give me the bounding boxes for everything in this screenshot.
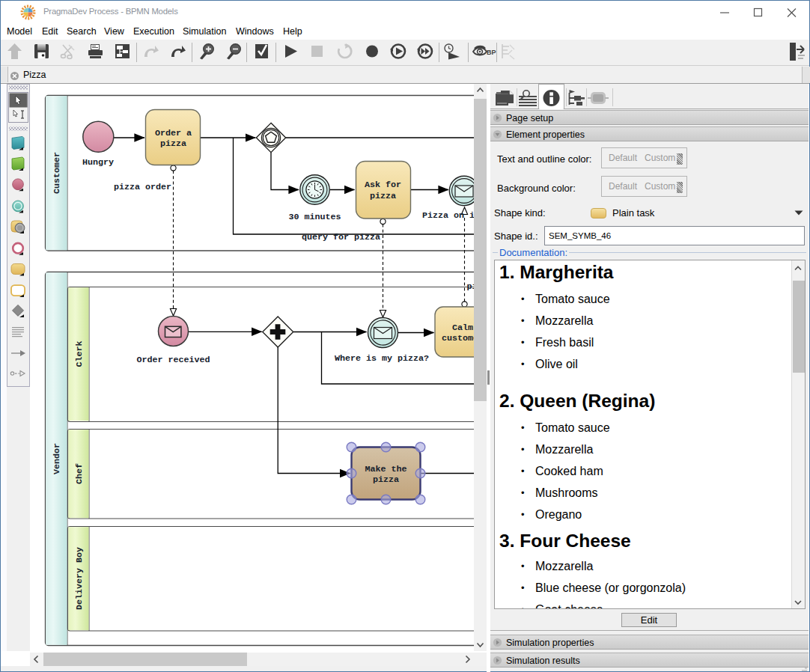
svg-text:pizza: pizza: [160, 138, 186, 149]
svg-text:BP: BP: [487, 49, 496, 56]
svg-text:Vendor: Vendor: [52, 443, 62, 474]
svg-text:30 minutes: 30 minutes: [288, 212, 341, 222]
svg-text:pizza: pizza: [370, 191, 396, 201]
svg-text:pizza: pizza: [373, 474, 399, 485]
svg-text:Ask for: Ask for: [365, 180, 401, 190]
svg-text:pizza order: pizza order: [114, 182, 171, 192]
svg-text:Chef: Chef: [74, 463, 85, 484]
svg-text:Clerk: Clerk: [74, 340, 85, 367]
svg-text:Calm: Calm: [452, 323, 473, 333]
svg-text:Pizza on its way: Pizza on its way: [422, 210, 474, 221]
svg-text:customer: customer: [442, 333, 474, 343]
svg-text:Hungry: Hungry: [82, 157, 114, 168]
svg-text:Make the: Make the: [365, 464, 406, 474]
svg-text:pizza: pizza: [466, 281, 474, 292]
svg-text:Order received: Order received: [136, 355, 210, 365]
svg-text:Where is my pizza?: Where is my pizza?: [335, 353, 429, 364]
svg-text:Delivery Boy: Delivery Boy: [74, 547, 85, 610]
svg-text:Order a: Order a: [155, 128, 192, 138]
svg-text:Customer: Customer: [52, 152, 62, 194]
svg-text:query for pizza: query for pizza: [302, 232, 380, 242]
